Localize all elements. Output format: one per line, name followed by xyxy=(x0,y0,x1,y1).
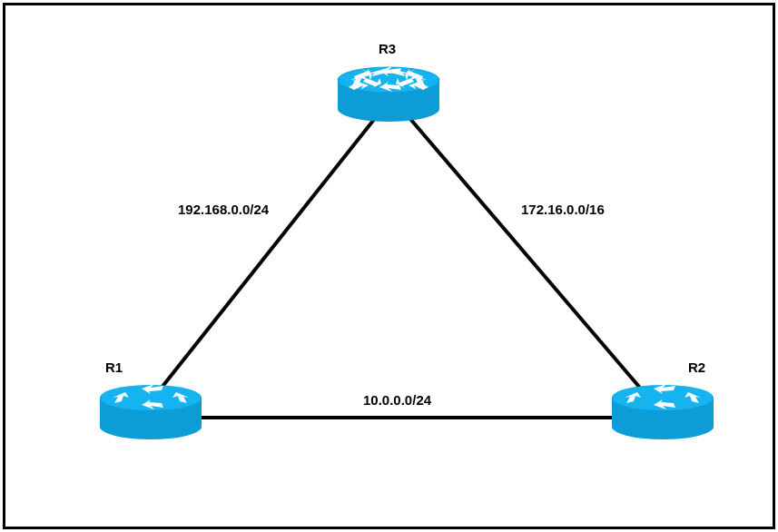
router-icon xyxy=(98,381,203,441)
label-r1: R1 xyxy=(105,360,123,375)
router-icon xyxy=(336,64,441,123)
subnet-r1-r3: 192.168.0.0/24 xyxy=(178,202,269,217)
link-r2-r3 xyxy=(405,113,650,399)
label-r3: R3 xyxy=(379,41,396,56)
link-r1-r3 xyxy=(151,113,379,401)
router-r1 xyxy=(98,381,203,441)
router-r3 xyxy=(336,64,441,123)
subnet-r2-r3: 172.16.0.0/16 xyxy=(521,202,605,217)
router-icon xyxy=(610,381,715,441)
label-r2: R2 xyxy=(688,360,705,375)
router-r2 xyxy=(610,381,715,441)
subnet-r1-r2: 10.0.0.0/24 xyxy=(363,392,431,408)
